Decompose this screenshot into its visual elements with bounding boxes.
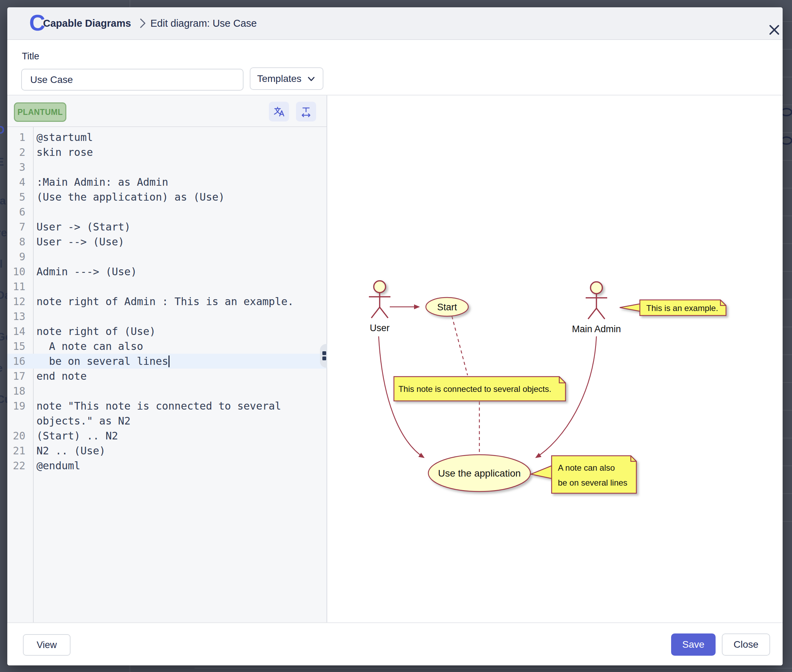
note-n2: This note is connected to several object… xyxy=(394,377,566,401)
backdrop-row-line xyxy=(782,271,792,272)
backdrop-column-line-top xyxy=(130,0,130,7)
code-line[interactable]: 11 xyxy=(7,279,327,294)
close-icon[interactable] xyxy=(765,21,782,40)
code-line[interactable]: 3 xyxy=(7,160,327,174)
code-text: note "This note is connected to several xyxy=(37,398,281,413)
code-text: User -> (Start) xyxy=(37,219,131,234)
line-number: 4 xyxy=(7,174,26,189)
backdrop-row-line xyxy=(782,243,792,244)
backdrop-text-fragment: D xyxy=(0,123,5,136)
code-line[interactable]: 21N2 .. (Use) xyxy=(7,443,327,458)
backdrop-row-line xyxy=(782,160,792,161)
backdrop-row-line xyxy=(782,493,792,494)
backdrop-row-line xyxy=(782,410,792,411)
code-line[interactable]: 2skin rose xyxy=(7,145,327,160)
edit-diagram-modal: C Capable Diagrams Edit diagram: Use Cas… xyxy=(7,7,782,666)
code-line[interactable]: 18 xyxy=(7,384,327,398)
code-line[interactable]: 10Admin ---> (Use) xyxy=(7,264,327,279)
close-button[interactable]: Close xyxy=(722,634,770,656)
line-number: 7 xyxy=(7,219,26,234)
backdrop-row-line xyxy=(782,49,792,50)
backdrop-row-line xyxy=(782,438,792,438)
title-input[interactable] xyxy=(21,69,244,91)
backdrop-text-fragment: e xyxy=(0,362,3,374)
line-number: 17 xyxy=(7,369,26,384)
modal-footer: View Save Close xyxy=(7,622,782,666)
save-button[interactable]: Save xyxy=(671,634,715,656)
code-line[interactable]: 4:Main Admin: as Admin xyxy=(7,174,327,189)
code-line[interactable]: 8User --> (Use) xyxy=(7,234,327,249)
code-line[interactable]: 9 xyxy=(7,249,327,264)
code-text: skin rose xyxy=(37,145,93,160)
actor-user xyxy=(369,281,390,318)
code-line[interactable]: objects." as N2 xyxy=(7,413,327,428)
usecase-use: Use the application xyxy=(428,455,531,491)
code-line[interactable]: 19note "This note is connected to severa… xyxy=(7,398,327,413)
code-line[interactable]: 7User -> (Start) xyxy=(7,219,327,234)
line-number: 8 xyxy=(7,234,26,249)
code-line[interactable]: 16 be on several lines xyxy=(7,354,327,369)
note-multiline: A note can also be on several lines xyxy=(531,456,636,493)
code-line[interactable]: 22@enduml xyxy=(7,458,327,473)
line-number: 6 xyxy=(7,205,26,219)
note-example-text: This is an example. xyxy=(646,303,718,313)
code-line[interactable]: 20(Start) .. N2 xyxy=(7,428,327,443)
modal-page-title: Edit diagram: Use Case xyxy=(151,7,257,39)
backdrop-row-line-bottom xyxy=(194,668,792,669)
backdrop-row-line xyxy=(782,188,792,189)
backdrop-row-line xyxy=(782,77,792,77)
line-number: 14 xyxy=(7,324,26,339)
line-number: 10 xyxy=(7,264,26,279)
editor-pane: PLANTUML 1@startuml2skin rose34:Mai xyxy=(7,96,327,630)
code-text: end note xyxy=(37,369,87,384)
line-number: 12 xyxy=(7,294,26,309)
backdrop-row-line xyxy=(782,354,792,355)
code-line[interactable]: 15 A note can also xyxy=(7,339,327,354)
backdrop-row-line xyxy=(782,21,792,22)
backdrop-row-line xyxy=(782,132,792,133)
text-width-icon[interactable] xyxy=(296,102,316,122)
templates-button[interactable]: Templates xyxy=(250,67,324,90)
backdrop-row-line xyxy=(782,299,792,299)
actor-main-admin-label: Main Admin xyxy=(572,324,621,334)
backdrop-text-fragment: il xyxy=(0,258,3,270)
code-text: @startuml xyxy=(37,130,93,145)
modal-header: C Capable Diagrams Edit diagram: Use Cas… xyxy=(7,7,782,40)
backdrop-row-line xyxy=(782,521,792,522)
note-n2-text: This note is connected to several object… xyxy=(398,384,551,394)
code-line[interactable]: 14note right of (Use) xyxy=(7,324,327,339)
code-text: (Start) .. N2 xyxy=(37,428,118,443)
code-text: note right of Admin : This is an example… xyxy=(37,294,294,309)
line-number: 15 xyxy=(7,339,26,354)
code-text: be on several lines xyxy=(37,354,170,369)
code-area[interactable]: 1@startuml2skin rose34:Main Admin: as Ad… xyxy=(7,127,327,632)
language-badge: PLANTUML xyxy=(14,102,66,122)
code-line[interactable]: 6 xyxy=(7,205,327,219)
line-number: 13 xyxy=(7,309,26,324)
code-line[interactable]: 12note right of Admin : This is an examp… xyxy=(7,294,327,309)
chevron-down-icon xyxy=(306,74,316,84)
app-name: Capable Diagrams xyxy=(43,7,131,39)
backdrop-row-line xyxy=(782,216,792,216)
line-number: 2 xyxy=(7,145,26,160)
backdrop-text-fragment: la xyxy=(0,194,6,207)
backdrop-row-line xyxy=(782,326,792,327)
translate-icon[interactable] xyxy=(269,102,289,122)
diagram-preview-pane: User Main Admin Start xyxy=(327,96,782,630)
code-line[interactable]: 5(Use the application) as (Use) xyxy=(7,189,327,205)
code-text: :Main Admin: as Admin xyxy=(37,174,168,189)
backdrop-text-fragment: re xyxy=(0,226,7,239)
actor-main-admin xyxy=(586,282,607,319)
view-button[interactable]: View xyxy=(23,634,71,656)
code-text: @enduml xyxy=(37,458,80,473)
code-line[interactable]: 1@startuml xyxy=(7,130,327,145)
title-label: Title xyxy=(22,51,39,62)
line-number: 22 xyxy=(7,458,26,473)
text-cursor xyxy=(168,355,170,367)
templates-button-label: Templates xyxy=(257,73,301,84)
code-text: note right of (Use) xyxy=(37,324,156,339)
code-line[interactable]: 13 xyxy=(7,309,327,324)
code-line[interactable]: 17end note xyxy=(7,369,327,384)
backdrop-row-line xyxy=(782,382,792,383)
code-text: A note can also xyxy=(37,339,143,354)
